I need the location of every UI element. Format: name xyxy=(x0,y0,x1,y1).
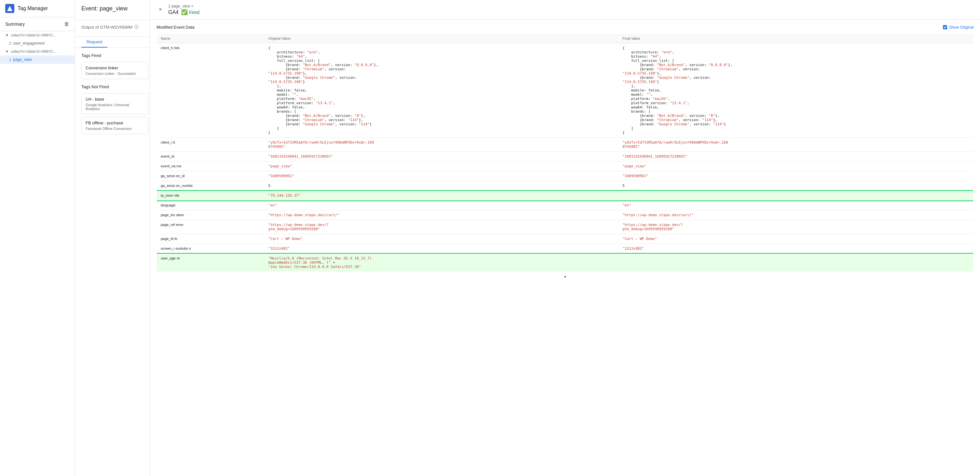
modal-breadcrumb: 1 page_view > xyxy=(168,4,199,8)
show-original-toggle[interactable]: Show Original xyxy=(943,25,974,30)
sidebar-item-collect1[interactable]: ▼ collect?v=2&tid=G-VM9YC... xyxy=(0,31,75,39)
cell-name: user_age nt xyxy=(157,254,264,272)
cell-name: page_tit le xyxy=(157,234,264,244)
cell-final: "en" xyxy=(619,201,973,210)
cell-original: 5 xyxy=(264,181,619,191)
tag-name: FB offline - puchase xyxy=(86,120,144,125)
data-table-container: Modified Event Data Show Original Name O… xyxy=(150,19,980,476)
table-row: user_age nt"Mozilla/5.0 (Macintosh; Inte… xyxy=(157,254,974,272)
cell-original: "y9zTx+Id731M3aAfA/rweKrXLEjnsY486mNPXDx… xyxy=(264,138,619,152)
cell-original: "Cart – WP Demo" xyxy=(264,234,619,244)
modal-title-group: 1 page_view > GA4 ✅ Fired xyxy=(168,4,199,15)
modal-title: GA4 ✅ Fired xyxy=(168,9,199,15)
cell-original: "page_view" xyxy=(264,161,619,171)
sidebar: Tag Manager Summary 🗑 ▼ collect?v=2&tid=… xyxy=(0,0,75,476)
table-row: event_na me"page_view""page_view" xyxy=(157,161,974,171)
cell-final: "1681155546041_16895917238691" xyxy=(619,152,973,161)
tag-card-ua-base[interactable]: UA - base Google Analytics: Universal An… xyxy=(81,93,148,114)
col-name: Name xyxy=(157,34,264,43)
table-row: ga_sessi on_id"1689590961""1689590961" xyxy=(157,171,974,181)
show-original-checkbox[interactable] xyxy=(943,25,947,29)
table-row: page_loc ation"https://wp-demo.stape.dev… xyxy=(157,210,974,220)
fired-label: Fired xyxy=(189,10,199,15)
tag-name: Conversion linker xyxy=(86,65,144,70)
cell-final: "https://wp-demo.stape.dev/cart/" xyxy=(619,210,973,220)
cell-final: "1689590961" xyxy=(619,171,973,181)
cell-final: "https://wp-demo.stape.dev/? gtm_debug=1… xyxy=(619,220,973,234)
cell-name: event_na me xyxy=(157,161,264,171)
expand-icon2: ▼ xyxy=(5,50,9,53)
cell-original: "1689590961" xyxy=(264,171,619,181)
table-header: Name Original Value Final Value xyxy=(157,34,974,43)
sidebar-item-page-view[interactable]: 1 page_view xyxy=(0,55,75,64)
cell-final: "1512x982" xyxy=(619,244,973,254)
cell-final: "Cart – WP Demo" xyxy=(619,234,973,244)
table-row: page_tit le"Cart – WP Demo""Cart – WP De… xyxy=(157,234,974,244)
tag-card-fb-offline[interactable]: FB offline - puchase Facebook Offline Co… xyxy=(81,117,148,134)
show-original-label: Show Original xyxy=(949,25,974,30)
table-row: event_id"1681155546041_16895917238691""1… xyxy=(157,152,974,161)
cell-final xyxy=(619,191,973,201)
app-header: Tag Manager xyxy=(0,0,75,17)
tag-card-conversion-linker[interactable]: Conversion linker Conversion Linker - Su… xyxy=(81,62,148,79)
sidebar-item-label: collect?v=2&tid=G-VM9YC... xyxy=(11,50,56,53)
table-row: page_ref errer"https://wp-demo.stape.dev… xyxy=(157,220,974,234)
check-icon: ✅ xyxy=(181,9,188,15)
help-icon[interactable]: ⓘ xyxy=(134,24,138,30)
cell-original: { architecture: "arm", bitness: "64", fu… xyxy=(264,43,619,138)
cell-name: screen_r esolutio n xyxy=(157,244,264,254)
sidebar-item-label: user_engagement xyxy=(13,41,45,46)
cell-name: client_h ints xyxy=(157,43,264,138)
table-row: language"en""en" xyxy=(157,201,974,210)
cell-name: ga_sessi on_id xyxy=(157,171,264,181)
cell-original: "https://wp-demo.stape.dev/? gtm_debug=1… xyxy=(264,220,619,234)
cell-original: "1512x982" xyxy=(264,244,619,254)
tag-manager-logo xyxy=(5,4,14,13)
cell-final: 5 xyxy=(619,181,973,191)
cell-name: page_ref errer xyxy=(157,220,264,234)
app-name: Tag Manager xyxy=(18,6,48,11)
table-row: ga_sessi on_numbe55 xyxy=(157,181,974,191)
tag-sub: Google Analytics: Universal Analytics xyxy=(86,103,144,111)
table-row: client_i d"y9zTx+Id731M3aAfA/rweKrXLEjns… xyxy=(157,138,974,152)
col-original: Original Value xyxy=(264,34,619,43)
table-body: client_h ints{ architecture: "arm", bitn… xyxy=(157,43,974,272)
close-button[interactable]: × xyxy=(156,6,164,14)
cell-name: ga_sessi on_numbe xyxy=(157,181,264,191)
summary-label: Summary xyxy=(5,21,25,27)
expand-icon: ▼ xyxy=(5,33,9,37)
modal-panel: × 1 page_view > GA4 ✅ Fired Modified Eve… xyxy=(150,0,980,476)
sidebar-item-user-engagement[interactable]: 2 user_engagement xyxy=(0,39,75,48)
cell-original: "79.144.126.37" xyxy=(264,191,619,201)
item-number: 2 xyxy=(9,42,11,45)
section-label-text: Modified Event Data xyxy=(156,25,194,30)
cell-name: page_loc ation xyxy=(157,210,264,220)
sidebar-tree: ▼ collect?v=2&tid=G-VM9YC... 2 user_enga… xyxy=(0,31,75,476)
delete-icon[interactable]: 🗑 xyxy=(64,21,69,27)
data-table: Name Original Value Final Value client_h… xyxy=(156,34,974,272)
cell-name: event_id xyxy=(157,152,264,161)
section-label-row: Modified Event Data Show Original xyxy=(156,25,974,30)
tag-sub: Facebook Offline Conversion xyxy=(86,127,144,131)
tab-request[interactable]: Request xyxy=(81,37,107,48)
cell-original: "https://wp-demo.stape.dev/cart/" xyxy=(264,210,619,220)
cell-final: "page_view" xyxy=(619,161,973,171)
fired-badge: ✅ Fired xyxy=(181,9,199,15)
tag-sub: Conversion Linker - Succeeded xyxy=(86,72,144,75)
cell-final: "y9zTx+Id731M3aAfA/rweKrXLEjnsY486mNPXDx… xyxy=(619,138,973,152)
item-number2: 1 xyxy=(9,58,11,62)
table-row: client_h ints{ architecture: "arm", bitn… xyxy=(157,43,974,138)
cell-original: "en" xyxy=(264,201,619,210)
sidebar-item-label: page_view xyxy=(13,57,32,62)
col-final: Final Value xyxy=(619,34,973,43)
cell-final xyxy=(619,254,973,272)
cell-original: "Mozilla/5.0 (Macintosh; Intel Mac OS X … xyxy=(264,254,619,272)
modal-title-text: GA4 xyxy=(168,10,179,15)
modal-header: × 1 page_view > GA4 ✅ Fired xyxy=(150,0,980,19)
cell-name: language xyxy=(157,201,264,210)
cell-final: { architecture: "arm", bitness: "64", fu… xyxy=(619,43,973,138)
cell-name: ip_overr ide xyxy=(157,191,264,201)
sidebar-item-collect2[interactable]: ▼ collect?v=2&tid=G-VM9YC... xyxy=(0,48,75,55)
cell-original: "1681155546041_16895917238691" xyxy=(264,152,619,161)
table-row: screen_r esolutio n"1512x982""1512x982" xyxy=(157,244,974,254)
